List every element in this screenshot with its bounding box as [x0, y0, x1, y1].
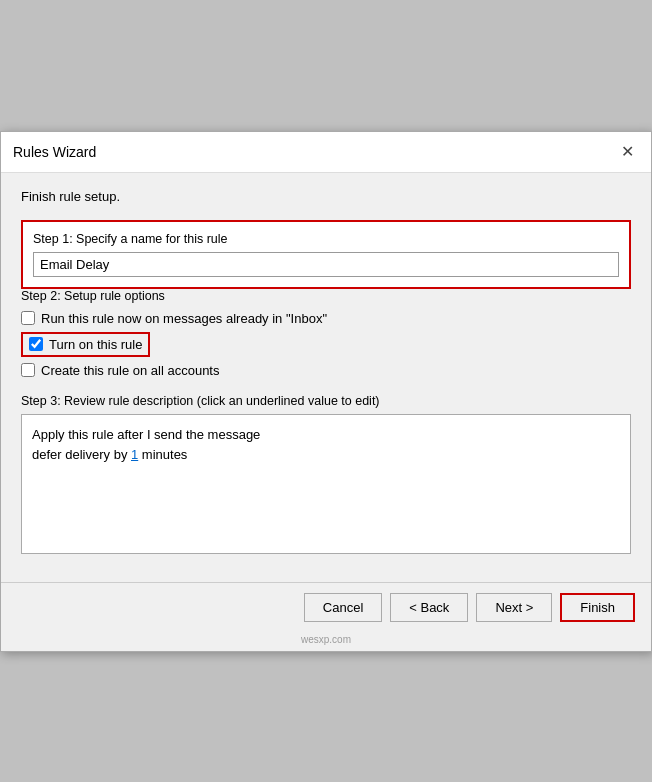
dialog-subtitle: Finish rule setup. — [21, 189, 631, 204]
watermark: wesxp.com — [1, 632, 651, 651]
run-now-row: Run this rule now on messages already in… — [21, 311, 631, 326]
finish-button[interactable]: Finish — [560, 593, 635, 622]
rule-name-input[interactable] — [33, 252, 619, 277]
rule-description-line1: Apply this rule after I send the message — [32, 425, 620, 446]
turn-on-highlighted: Turn on this rule — [21, 332, 150, 357]
step1-label: Step 1: Specify a name for this rule — [33, 232, 619, 246]
description-before: defer delivery by — [32, 447, 131, 462]
dialog-title: Rules Wizard — [13, 144, 96, 160]
all-accounts-row: Create this rule on all accounts — [21, 363, 631, 378]
dialog-footer: Cancel < Back Next > Finish — [1, 582, 651, 632]
rule-description-box: Apply this rule after I send the message… — [21, 414, 631, 554]
title-bar: Rules Wizard ✕ — [1, 132, 651, 173]
run-now-label[interactable]: Run this rule now on messages already in… — [41, 311, 327, 326]
cancel-button[interactable]: Cancel — [304, 593, 382, 622]
step2-section: Step 2: Setup rule options Run this rule… — [21, 289, 631, 378]
step1-section: Step 1: Specify a name for this rule — [21, 220, 631, 289]
step3-label: Step 3: Review rule description (click a… — [21, 394, 631, 408]
step2-label: Step 2: Setup rule options — [21, 289, 631, 303]
rule-description-line2: defer delivery by 1 minutes — [32, 445, 620, 466]
all-accounts-label[interactable]: Create this rule on all accounts — [41, 363, 219, 378]
next-button[interactable]: Next > — [476, 593, 552, 622]
turn-on-checkbox[interactable] — [29, 337, 43, 351]
description-after: minutes — [138, 447, 187, 462]
rules-wizard-dialog: Rules Wizard ✕ Finish rule setup. Step 1… — [0, 131, 652, 652]
step3-section: Step 3: Review rule description (click a… — [21, 394, 631, 554]
all-accounts-checkbox[interactable] — [21, 363, 35, 377]
turn-on-row: Turn on this rule — [21, 332, 631, 357]
dialog-body: Finish rule setup. Step 1: Specify a nam… — [1, 173, 651, 582]
close-button[interactable]: ✕ — [615, 140, 639, 164]
run-now-checkbox[interactable] — [21, 311, 35, 325]
turn-on-label[interactable]: Turn on this rule — [49, 337, 142, 352]
back-button[interactable]: < Back — [390, 593, 468, 622]
